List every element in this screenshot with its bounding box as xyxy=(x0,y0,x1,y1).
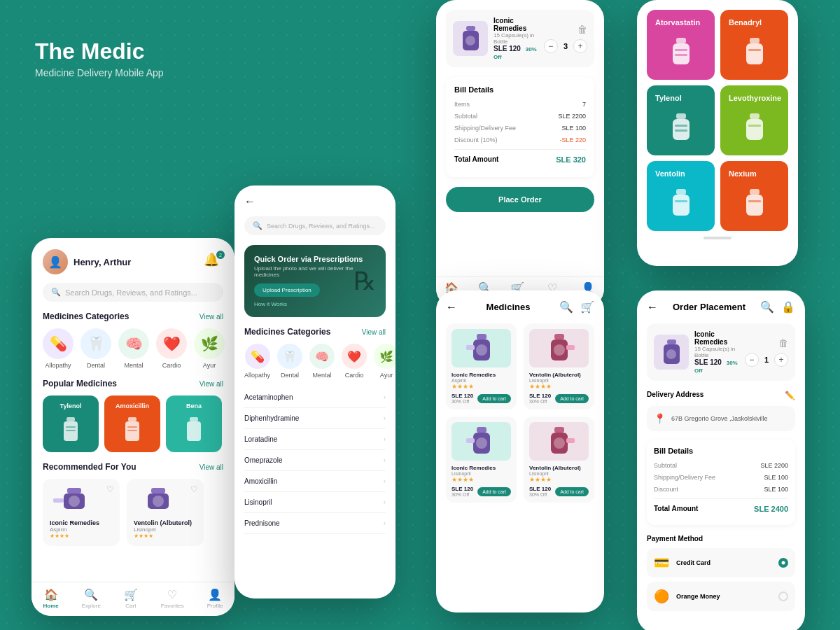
nav-cart[interactable]: 🛒 Cart xyxy=(124,588,138,609)
category-cardio[interactable]: ❤️ Cardio xyxy=(156,328,187,369)
list-item[interactable]: Amoxicillin › xyxy=(244,471,386,492)
category-ayur[interactable]: 🌿 Ayur xyxy=(194,328,225,369)
qty-increase[interactable]: + xyxy=(573,39,587,53)
heart-icon-g4: ♡ xyxy=(581,422,589,432)
cart-icon: 🛒 xyxy=(124,588,138,601)
cat-tylenol[interactable]: Tylenol xyxy=(647,85,715,155)
orange-money-radio[interactable] xyxy=(778,592,788,601)
discount-value: -SLE 220 xyxy=(559,136,586,144)
med-cat-cardio-icon: ❤️ xyxy=(342,344,367,369)
order-shipping-value: SLE 100 xyxy=(764,474,788,481)
category-dental[interactable]: 🦷 Dental xyxy=(80,328,111,369)
med-cat-allopathy[interactable]: 💊 Allopathy xyxy=(244,344,270,379)
order-search-icon[interactable]: 🔍 xyxy=(760,300,774,314)
grid-off-2: 30% Off xyxy=(529,399,551,404)
bill-details: Bill Details Items 7 Subtotal SLE 2200 S… xyxy=(446,77,594,177)
nav-profile-label: Profile xyxy=(207,603,223,609)
category-allopathy[interactable]: 💊 Allopathy xyxy=(43,328,74,369)
medicines-back-icon[interactable]: ← xyxy=(446,301,457,314)
total-value: SLE 320 xyxy=(556,155,586,164)
search-bar-2[interactable]: 🔍 Search Drugs, Reviews, and Ratings... xyxy=(244,216,386,235)
rx-how-label[interactable]: How it Works xyxy=(254,301,376,307)
grid-price-row-4: SLE 120 30% Off Add to cart xyxy=(529,486,589,497)
tylenol-bottle xyxy=(655,108,706,147)
grid-card-1[interactable]: ♡ Iconic Remedies Aspirin ★★★★ SLE 120 3 xyxy=(446,323,517,410)
recommended-header: Recommended For You View all xyxy=(43,462,223,472)
recommended-row: ♡ Iconic Remedies Aspirin ★★★★ ♡ xyxy=(43,479,223,546)
med-cat-ayur[interactable]: 🌿 Ayur xyxy=(374,344,396,379)
grid-img-4 xyxy=(529,422,589,461)
nav-favorites[interactable]: ♡ Favorites xyxy=(161,588,184,609)
list-item[interactable]: Loratadine › xyxy=(244,429,386,450)
cat-atorvastatin[interactable]: Atorvastatin xyxy=(647,10,715,80)
user-header: 👤 Henry, Arthur 🔔 2 xyxy=(43,249,223,274)
rec-iconic[interactable]: ♡ Iconic Remedies Aspirin ★★★★ xyxy=(43,479,120,546)
svg-rect-55 xyxy=(748,200,761,202)
svg-rect-6 xyxy=(127,426,137,428)
popular-bena[interactable]: Bena xyxy=(166,396,222,452)
cat-benadryl[interactable]: Benadryl xyxy=(720,10,788,80)
user-name: Henry, Arthur xyxy=(74,257,131,267)
list-item[interactable]: Omeprazole › xyxy=(244,450,386,471)
shipping-label: Shipping/Delivery Fee xyxy=(454,125,516,132)
cat-ventolin[interactable]: Ventolin xyxy=(647,161,715,231)
grid-card-3[interactable]: ♡ Iconic Remedies Lisinopril ★★★★ SLE 12… xyxy=(446,416,517,503)
bena-bottle xyxy=(180,414,208,445)
grid-off-1: 30% Off xyxy=(451,399,473,404)
ventolin-bottle xyxy=(655,184,706,223)
grid-sub-4: Lisinopril xyxy=(529,471,589,476)
order-delete-icon[interactable]: 🗑 xyxy=(778,337,788,349)
popular-view-all[interactable]: View all xyxy=(200,380,223,388)
list-item[interactable]: Acetaminophen › xyxy=(244,387,386,408)
edit-icon[interactable]: ✏️ xyxy=(785,391,795,400)
nav-explore[interactable]: 🔍 Explore xyxy=(82,588,101,609)
qty-decrease[interactable]: − xyxy=(544,39,558,53)
list-item[interactable]: Diphenhydramine › xyxy=(244,408,386,429)
grid-card-2[interactable]: ♡ Ventolin (Albuterol) Lisinopril ★★★★ S… xyxy=(524,323,594,410)
back-button[interactable]: ← xyxy=(244,195,386,208)
category-mental[interactable]: 🧠 Mental xyxy=(118,328,149,369)
subtotal-value: SLE 2200 xyxy=(558,113,586,120)
svg-rect-53 xyxy=(750,189,760,195)
medicines-cart-icon[interactable]: 🛒 xyxy=(580,300,594,314)
delete-icon[interactable]: 🗑 xyxy=(578,24,587,35)
order-qty-increase[interactable]: + xyxy=(774,353,788,367)
order-qty-decrease[interactable]: − xyxy=(745,353,759,367)
add-to-cart-1[interactable]: Add to cart xyxy=(477,394,511,403)
order-back-icon[interactable]: ← xyxy=(647,301,658,314)
recommended-view-all[interactable]: View all xyxy=(200,463,223,471)
order-item-sub: 15 Capsule(s) in Bottle xyxy=(694,346,739,358)
qty-control: − 3 + xyxy=(544,39,587,53)
med-cat-cardio[interactable]: ❤️ Cardio xyxy=(342,344,367,379)
grid-price-3: SLE 120 xyxy=(451,486,473,492)
grid-price-1: SLE 120 xyxy=(451,393,473,399)
payment-credit-card[interactable]: 💳 Credit Card xyxy=(647,548,795,578)
nav-home[interactable]: 🏠 Home xyxy=(43,588,59,609)
payment-orange-money[interactable]: 🟠 Orange Money xyxy=(647,582,795,611)
list-item[interactable]: Prednisone › xyxy=(244,513,386,534)
nav-profile[interactable]: 👤 Profile xyxy=(207,588,223,609)
medicines-search-icon[interactable]: 🔍 xyxy=(559,300,573,314)
med-cat-mental[interactable]: 🧠 Mental xyxy=(309,344,335,379)
categories-view-all[interactable]: View all xyxy=(200,313,223,321)
popular-tylenol[interactable]: Tylenol xyxy=(43,396,99,452)
rx-symbol: ℞ xyxy=(354,267,376,296)
med-cat-dental[interactable]: 🦷 Dental xyxy=(277,344,302,379)
svg-rect-10 xyxy=(67,488,81,493)
list-item[interactable]: Lisinopril › xyxy=(244,492,386,513)
cat-levothyroxine[interactable]: Levothyroxine xyxy=(720,85,788,155)
cat-nexium[interactable]: Nexium xyxy=(720,161,788,231)
grid-card-4[interactable]: ♡ Ventolin (Albuterol) Lisinopril ★★★★ S… xyxy=(524,416,594,503)
add-to-cart-4[interactable]: Add to cart xyxy=(555,487,589,496)
add-to-cart-2[interactable]: Add to cart xyxy=(555,394,589,403)
upload-prescription-button[interactable]: Upload Prescription xyxy=(254,284,320,297)
add-to-cart-3[interactable]: Add to cart xyxy=(477,487,511,496)
notification-badge[interactable]: 🔔 2 xyxy=(204,252,223,272)
search-bar[interactable]: 🔍 Search Drugs, Reviews, and Ratings... xyxy=(43,283,223,302)
credit-card-radio[interactable] xyxy=(778,558,788,568)
med-categories-view-all[interactable]: View all xyxy=(362,328,386,336)
place-order-button[interactable]: Place Order xyxy=(446,187,594,212)
profile-icon: 👤 xyxy=(208,588,222,601)
popular-amoxicillin[interactable]: Amoxicillin xyxy=(104,396,160,452)
rec-ventolin[interactable]: ♡ Ventolin (Albuterol) Lisinopril ★★★★ xyxy=(127,479,204,546)
